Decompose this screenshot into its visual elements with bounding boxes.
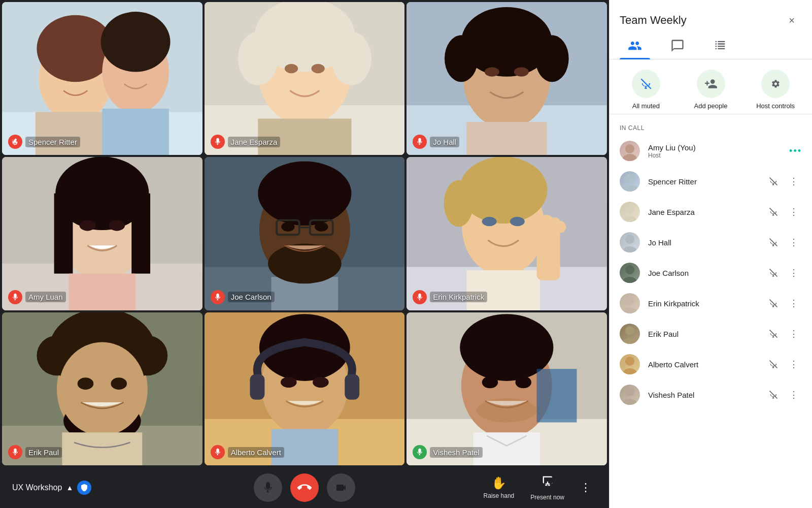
participant-actions-vishesh: ⋮ [765,387,802,403]
mute-badge-amy-luan [8,290,22,304]
action-all-muted[interactable]: All muted [620,70,672,110]
in-call-section: IN CALL Amy Liu (You) Host ••• Spencer R… [610,114,812,508]
participant-name-erin: Erin Kirkpatrick [648,299,757,308]
present-now-button[interactable]: Present now [524,472,570,503]
add-people-label: Add people [694,102,728,110]
svg-rect-97 [623,185,637,192]
svg-point-94 [625,144,634,153]
bottom-bar: UX Workshop ▲ ✋ Raise hand [0,467,609,508]
close-sidebar-button[interactable]: × [782,10,802,30]
svg-point-90 [516,376,532,388]
name-tag-erin-kirkpatrick: Erin Kirkpatrick [413,290,487,304]
video-cell-spencer-ritter[interactable]: Spencer Ritter [2,2,202,155]
raise-hand-label: Raise hand [484,492,515,499]
participant-vishesh-patel[interactable]: Vishesh Patel ⋮ [610,379,812,410]
camera-button[interactable] [327,473,355,502]
participant-name-spencer: Spencer Ritter [648,177,757,186]
mute-badge-spencer [8,135,22,149]
video-cell-jo-hall[interactable]: Jo Hall [407,2,607,155]
svg-point-105 [625,265,634,274]
more-dots-amy[interactable]: ••• [789,146,802,156]
mute-icon-alberto [765,356,782,372]
more-icon-alberto[interactable]: ⋮ [786,356,802,372]
more-icon-erin[interactable]: ⋮ [786,295,802,311]
participant-joe-carlson[interactable]: Joe Carlson ⋮ [610,258,812,288]
more-icon-jane[interactable]: ⋮ [786,204,802,220]
svg-point-99 [625,204,634,213]
video-cell-vishesh-patel[interactable]: Vishesh Patel [407,312,607,465]
svg-point-6 [101,12,171,72]
avatar-amy [620,141,640,161]
action-add-people[interactable]: Add people [685,70,737,110]
svg-point-111 [625,326,634,335]
participant-actions-spencer: ⋮ [765,173,802,189]
participant-jane-esparza[interactable]: Jane Esparza ⋮ [610,197,812,227]
more-options-button[interactable]: ⋮ [574,477,597,499]
host-controls-label: Host controls [756,102,795,110]
svg-point-13 [331,32,371,85]
participant-alberto-calvert[interactable]: Alberto Calvert ⋮ [610,349,812,379]
svg-point-96 [625,174,634,183]
svg-point-118 [623,399,637,405]
mute-icon-spencer [765,173,782,189]
name-tag-joe-carlson: Joe Carlson [211,290,275,304]
avatar-erik [620,324,640,344]
svg-rect-24 [467,122,547,155]
svg-point-108 [625,296,634,305]
svg-point-59 [482,217,497,226]
name-label-amy-luan: Amy Luan [25,292,66,302]
video-cell-jane-esparza[interactable]: Jane Esparza [205,2,405,155]
participant-actions-erik: ⋮ [765,326,802,342]
more-icon-joe[interactable]: ⋮ [786,265,802,281]
in-call-label: IN CALL [610,120,812,136]
video-cell-amy-luan[interactable]: Amy Luan [2,157,202,310]
video-grid: Spencer Ritter [0,0,609,467]
svg-point-25 [485,67,499,76]
tab-people[interactable] [620,35,650,59]
svg-point-100 [623,216,637,222]
name-tag-jo-hall: Jo Hall [413,135,459,149]
more-icon-spencer[interactable]: ⋮ [786,173,802,189]
participant-amy-liu[interactable]: Amy Liu (You) Host ••• [610,136,812,166]
svg-point-82 [281,377,297,388]
tab-activities[interactable] [705,35,735,59]
name-tag-amy-luan: Amy Luan [8,290,66,304]
participant-actions-joe: ⋮ [765,265,802,281]
tab-chat[interactable] [662,35,693,59]
host-controls-icon-wrap [761,70,790,98]
svg-point-102 [625,235,634,244]
meeting-name[interactable]: UX Workshop ▲ [12,481,91,495]
participant-spencer-ritter[interactable]: Spencer Ritter ⋮ [610,166,812,197]
action-host-controls[interactable]: Host controls [749,70,802,110]
video-cell-joe-carlson[interactable]: Joe Carlson [205,157,405,310]
svg-point-26 [514,67,529,76]
more-icon-jo[interactable]: ⋮ [786,234,802,250]
video-cell-alberto-calvert[interactable]: Alberto Calvert [205,312,405,465]
mute-badge-erik [8,445,22,459]
end-call-button[interactable] [290,473,319,502]
mute-icon-erin [765,295,782,311]
mute-icon-vishesh [765,387,782,403]
svg-point-73 [78,377,94,390]
raise-hand-button[interactable]: ✋ Raise hand [478,474,521,501]
participant-actions-erin: ⋮ [765,295,802,311]
participant-name-joe: Joe Carlson [648,269,757,277]
svg-point-34 [80,220,96,231]
svg-point-21 [445,35,478,82]
video-cell-erik-paul[interactable]: Erik Paul [2,312,202,465]
name-tag-jane-esparza: Jane Esparza [211,135,281,149]
mute-badge-erin [413,290,427,304]
participant-info-spencer: Spencer Ritter [648,177,757,186]
sidebar-title: Team Weekly [620,14,687,27]
more-icon-vishesh[interactable]: ⋮ [786,387,802,403]
svg-rect-31 [54,194,73,274]
more-icon-erik[interactable]: ⋮ [786,326,802,342]
mic-button[interactable] [254,473,282,502]
participant-jo-hall[interactable]: Jo Hall ⋮ [610,227,812,258]
participant-erin-kirkpatrick[interactable]: Erin Kirkpatrick ⋮ [610,288,812,319]
video-cell-erin-kirkpatrick[interactable]: Erin Kirkpatrick [407,157,607,310]
avatar-spencer [620,171,640,192]
participant-info-joe: Joe Carlson [648,269,757,277]
svg-point-115 [623,368,637,374]
participant-erik-paul[interactable]: Erik Paul ⋮ [610,319,812,349]
